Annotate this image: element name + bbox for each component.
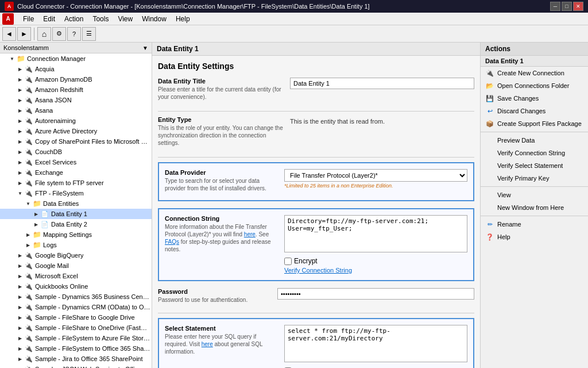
tree-item-excel-services[interactable]: ▶ 🔌 Excel Services [0, 157, 152, 167]
expand-arrow: ▶ [32, 210, 40, 218]
divider [158, 111, 474, 112]
verify-conn-icon [485, 148, 494, 158]
action-preview-data[interactable]: Preview Data [481, 134, 588, 147]
menu-window[interactable]: Window [137, 14, 171, 24]
expand-arrow: ▶ [16, 179, 24, 187]
minimize-button[interactable]: ─ [550, 2, 560, 11]
tree-item-data-entities[interactable]: ▼ 📁 Data Entities [0, 198, 152, 209]
tree-item-google-mail[interactable]: ▶ 🔌 Google Mail [0, 260, 152, 271]
action-save-changes[interactable]: 💾 Save Changes [481, 92, 588, 105]
close-button[interactable]: ✕ [573, 2, 583, 11]
ss-left: Select Statement Please enter here your … [165, 325, 280, 358]
menu-tools[interactable]: Tools [88, 14, 113, 24]
tree-item-asana-json[interactable]: ▶ 🔌 Asana JSON [0, 95, 152, 105]
action-open-folder[interactable]: 📂 Open Connections Folder [481, 79, 588, 92]
tree-item-sample-jira[interactable]: ▶ 🔌 Sample - Jira to Office 365 SharePoi… [0, 354, 152, 364]
password-section: Password Password to use for authenticat… [158, 288, 474, 306]
tree-scroll[interactable]: ▼ 📁 Connection Manager ▶ 🔌 Acquia ▶ 🔌 Am… [0, 53, 152, 368]
toolbar-btn-3[interactable]: ? [67, 27, 81, 41]
tree-item-asana[interactable]: ▶ 🔌 Asana [0, 105, 152, 116]
expand-arrow: ▶ [16, 148, 24, 156]
tree-item-sample-d365[interactable]: ▶ 🔌 Sample - Dynamics 365 Business Centr… [0, 292, 152, 302]
toolbar-btn-1[interactable]: ⌂ [37, 27, 51, 41]
action-label: Verify Select Statement [497, 162, 563, 169]
tree-item-google-bigquery[interactable]: ▶ 🔌 Google BigQuery [0, 250, 152, 260]
maximize-button[interactable]: □ [562, 2, 572, 11]
forward-button[interactable]: ► [17, 27, 31, 41]
tree-item-sample-fileshare-onedrive[interactable]: ▶ 🔌 Sample - FileShare to OneDrive (Fast… [0, 323, 152, 333]
password-input[interactable] [277, 288, 474, 300]
tree-scroll-arrow: ▼ [142, 45, 148, 51]
verify-conn-link[interactable]: Verify Connection String [284, 267, 352, 274]
menu-action[interactable]: Action [60, 14, 88, 24]
tree-label: Sample - FileSystem to Office 365 ShareP… [35, 345, 150, 352]
data-provider-select[interactable]: File Transfer Protocol (Layer2)* Azure B… [284, 169, 467, 182]
tree-item-logs[interactable]: ▶ 📁 Logs [0, 240, 152, 250]
tree-item-sample-filesystem-o365[interactable]: ▶ 🔌 Sample - FileSystem to Office 365 Sh… [0, 343, 152, 354]
expand-arrow: ▶ [16, 272, 24, 280]
tree-item-ftp-filesystem[interactable]: ▼ 🔌 FTP - FileSystem [0, 188, 152, 198]
action-create-support-pkg[interactable]: 📦 Create Support Files Package [481, 117, 588, 130]
tree-item-autorenaiming[interactable]: ▶ 🔌 Autorenaiming [0, 116, 152, 126]
entity-title-input[interactable] [290, 78, 474, 89]
data-provider-section: Data Provider Type to search for or sele… [158, 162, 474, 201]
action-verify-select-stmt[interactable]: Verify Select Statement [481, 159, 588, 172]
tree-item-file-system-ftp[interactable]: ▶ 🔌 File sytem to FTP server [0, 178, 152, 188]
expand-arrow: ▶ [16, 344, 24, 352]
expand-arrow: ▶ [16, 313, 24, 321]
tree-item-amazon-redshift[interactable]: ▶ 🔌 Amazon Redshift [0, 85, 152, 95]
action-discard-changes[interactable]: ↩ Discard Changes [481, 105, 588, 117]
action-view[interactable]: View [481, 189, 588, 201]
tree-item-data-entity-1[interactable]: ▶ 📄 Data Entity 1 [0, 209, 152, 219]
tree-item-microsoft-excel[interactable]: ▶ 🔌 Microsoft Excel [0, 271, 152, 281]
tree-item-sample-json[interactable]: ▶ 🔌 Sample - JSON Web Service to Office … [0, 364, 152, 368]
action-label: View [497, 191, 511, 198]
toolbar-btn-4[interactable]: ☰ [82, 27, 96, 41]
expand-arrow: ▶ [16, 324, 24, 332]
tree-label: Azure Active Directory [35, 128, 97, 135]
section-title: Data Entity Settings [158, 62, 474, 71]
action-verify-conn-string[interactable]: Verify Connection String [481, 147, 588, 159]
menu-help[interactable]: Help [171, 14, 195, 24]
menu-file[interactable]: File [18, 14, 38, 24]
tree-item-sample-filesystem-azure[interactable]: ▶ 🔌 Sample - FileSystem to Azure File St… [0, 333, 152, 343]
tree-item-mapping-settings[interactable]: ▶ 📁 Mapping Settings [0, 229, 152, 240]
ss-link-here[interactable]: here [202, 341, 213, 347]
expand-arrow: ▶ [16, 117, 24, 125]
tree-label: Data Entities [43, 200, 79, 207]
tree-item-sample-dcrm[interactable]: ▶ 🔌 Sample - Dynamics CRM (OData) to Off… [0, 302, 152, 312]
tree-item-amazon-dynamo[interactable]: ▶ 🔌 Amazon DynamoDB [0, 74, 152, 85]
action-rename[interactable]: ✏ Rename [481, 218, 588, 231]
tree-item-copy-sharepoint[interactable]: ▶ 🔌 Copy of SharePoint Files to Microsof… [0, 136, 152, 147]
tree-item-azure-ad[interactable]: ▶ 🔌 Azure Active Directory [0, 126, 152, 136]
select-stmt-section: Select Statement Please enter here your … [158, 318, 474, 368]
tree-item-sample-fileshare-gdrive[interactable]: ▶ 🔌 Sample - FileShare to Google Drive [0, 312, 152, 323]
encrypt-checkbox[interactable] [284, 258, 292, 265]
cs-link-here[interactable]: here [244, 231, 256, 237]
action-label: Open Connections Folder [497, 82, 569, 89]
toolbar-btn-2[interactable]: ⚙ [52, 27, 66, 41]
cs-link-faq[interactable]: FAQs [165, 239, 179, 245]
back-button[interactable]: ◄ [2, 27, 16, 41]
action-help[interactable]: ❓ Help [481, 231, 588, 243]
tree-label: Sample - FileSystem to Azure File Storag… [35, 335, 150, 342]
menu-edit[interactable]: Edit [38, 14, 60, 24]
tree-header: Konsolenstamm ▼ [0, 43, 152, 53]
tree-item-acquia[interactable]: ▶ 🔌 Acquia [0, 64, 152, 74]
tree-item-connection-manager[interactable]: ▼ 📁 Connection Manager [0, 53, 152, 64]
menu-view[interactable]: View [113, 14, 137, 24]
ss-label: Select Statement [165, 325, 280, 332]
conn-string-textarea[interactable]: Directory=ftp://my-ftp-server.com:21; Us… [284, 215, 467, 252]
select-stmt-textarea[interactable]: select * from ftp://my-ftp-server.com:21… [284, 325, 467, 362]
action-create-new-conn[interactable]: 🔌 Create New Connection [481, 67, 588, 79]
tree-label: Mapping Settings [43, 231, 92, 238]
action-verify-primary-key[interactable]: Verify Primary Key [481, 172, 588, 185]
expand-arrow: ▶ [16, 282, 24, 290]
action-new-window[interactable]: New Window from Here [481, 201, 588, 214]
encrypt-label: Encrypt [294, 257, 318, 265]
tree-item-exchange[interactable]: ▶ 🔌 Exchange [0, 167, 152, 178]
tree-item-couchdb[interactable]: ▶ 🔌 CouchDB [0, 147, 152, 157]
conn-icon: 🔌 [24, 106, 33, 115]
tree-item-quickbooks[interactable]: ▶ 🔌 Quickbooks Online [0, 281, 152, 292]
tree-item-data-entity-2[interactable]: ▶ 📄 Data Entity 2 [0, 219, 152, 229]
